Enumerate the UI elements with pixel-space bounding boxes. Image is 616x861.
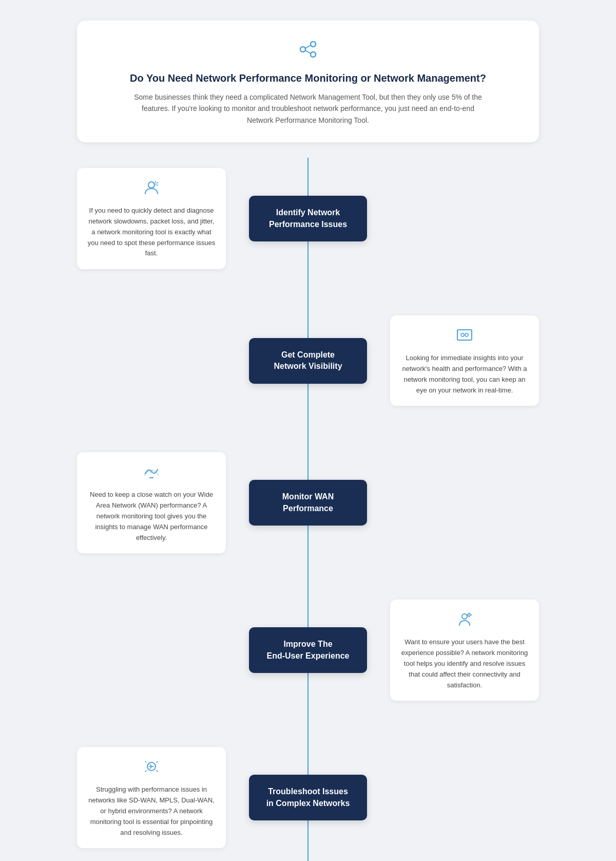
svg-point-15 <box>150 470 153 473</box>
center-btn-3[interactable]: Monitor WANPerformance <box>249 480 367 526</box>
page-wrapper: Do You Need Network Performance Monitori… <box>77 21 539 861</box>
card-icon-4 <box>399 610 530 632</box>
svg-line-3 <box>305 45 311 48</box>
svg-line-4 <box>305 50 311 53</box>
header-card: Do You Need Network Performance Monitori… <box>77 21 539 142</box>
side-card-2: Looking for immediate insights into your… <box>390 315 539 406</box>
svg-point-11 <box>461 333 464 336</box>
svg-point-2 <box>311 52 316 57</box>
svg-line-9 <box>157 185 158 185</box>
header-icon <box>108 37 508 66</box>
side-card-text-2: Looking for immediate insights into your… <box>399 353 530 396</box>
side-card-text-4: Want to ensure your users have the best … <box>399 637 530 690</box>
side-card-3: Need to keep a close watch on your Wide … <box>77 452 226 553</box>
center-btn-1[interactable]: Identify NetworkPerformance Issues <box>249 196 367 241</box>
svg-point-6 <box>154 182 157 185</box>
card-icon-1 <box>86 178 217 200</box>
svg-point-5 <box>148 182 155 188</box>
header-desc: Some businesses think they need a compli… <box>133 91 483 126</box>
center-btn-5[interactable]: Troubleshoot Issuesin Complex Networks <box>249 775 367 820</box>
side-card-4: Want to ensure your users have the best … <box>390 600 539 701</box>
center-btn-4[interactable]: Improve TheEnd-User Experience <box>249 627 367 673</box>
svg-point-1 <box>311 42 316 47</box>
side-card-1: If you need to quickly detect and diagno… <box>77 168 226 269</box>
card-icon-2 <box>399 326 530 348</box>
header-title: Do You Need Network Performance Monitori… <box>108 72 508 84</box>
side-card-text-1: If you need to quickly detect and diagno… <box>86 205 217 259</box>
side-card-5: Struggling with performance issues in ne… <box>77 747 226 848</box>
card-icon-3 <box>86 462 217 484</box>
flow-section: If you need to quickly detect and diagno… <box>77 158 539 861</box>
svg-point-12 <box>465 333 468 336</box>
side-card-text-5: Struggling with performance issues in ne… <box>86 784 217 838</box>
svg-point-0 <box>300 47 305 52</box>
svg-rect-10 <box>457 330 472 340</box>
center-btn-2[interactable]: Get CompleteNetwork Visibility <box>249 338 367 384</box>
svg-line-8 <box>157 182 158 183</box>
side-card-text-3: Need to keep a close watch on your Wide … <box>86 490 217 543</box>
card-icon-5 <box>86 757 217 779</box>
